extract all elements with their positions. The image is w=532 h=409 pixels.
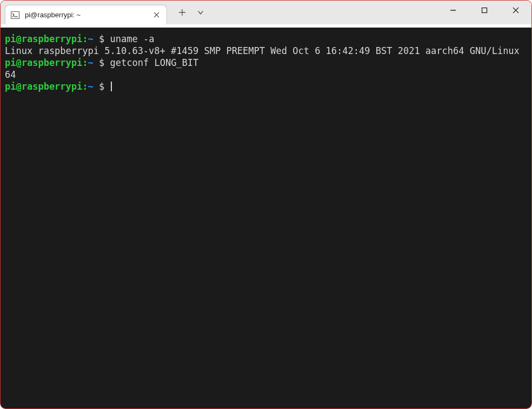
svg-rect-7 — [482, 8, 487, 13]
prompt-path: ~ — [88, 33, 94, 44]
new-tab-button[interactable] — [175, 5, 190, 20]
tab-active[interactable]: pi@raspberrypi: ~ — [5, 5, 167, 24]
close-button[interactable] — [500, 1, 531, 20]
prompt-symbol: $ — [99, 81, 104, 92]
terminal-window: pi@raspberrypi: ~ — [0, 0, 532, 409]
tabbar-actions — [167, 1, 208, 24]
prompt-user-host: pi@raspberrypi — [5, 81, 82, 92]
prompt-user-host: pi@raspberrypi — [5, 33, 82, 44]
titlebar[interactable]: pi@raspberrypi: ~ — [1, 1, 531, 24]
prompt-path: ~ — [88, 81, 94, 92]
prompt-symbol: $ — [99, 33, 104, 44]
svg-rect-0 — [11, 11, 19, 18]
prompt-sep: : — [82, 81, 88, 92]
prompt-sep: : — [82, 57, 88, 68]
window-controls — [437, 1, 531, 24]
terminal-body[interactable]: pi@raspberrypi:~ $ uname -a Linux raspbe… — [1, 28, 531, 408]
prompt-sep: : — [82, 33, 88, 44]
output-1: Linux raspberrypi 5.10.63-v8+ #1459 SMP … — [5, 45, 520, 56]
tab-dropdown-button[interactable] — [193, 5, 208, 20]
tab-title: pi@raspberrypi: ~ — [25, 11, 146, 19]
output-2: 64 — [5, 69, 16, 80]
prompt-symbol: $ — [99, 57, 104, 68]
cursor — [111, 82, 112, 91]
tab-close-button[interactable] — [151, 10, 161, 20]
prompt-user-host: pi@raspberrypi — [5, 57, 82, 68]
maximize-button[interactable] — [469, 1, 500, 20]
terminal-icon — [11, 11, 19, 19]
minimize-button[interactable] — [437, 1, 469, 20]
prompt-path: ~ — [88, 57, 94, 68]
command-1: uname -a — [110, 33, 155, 44]
command-2: getconf LONG_BIT — [110, 57, 199, 68]
